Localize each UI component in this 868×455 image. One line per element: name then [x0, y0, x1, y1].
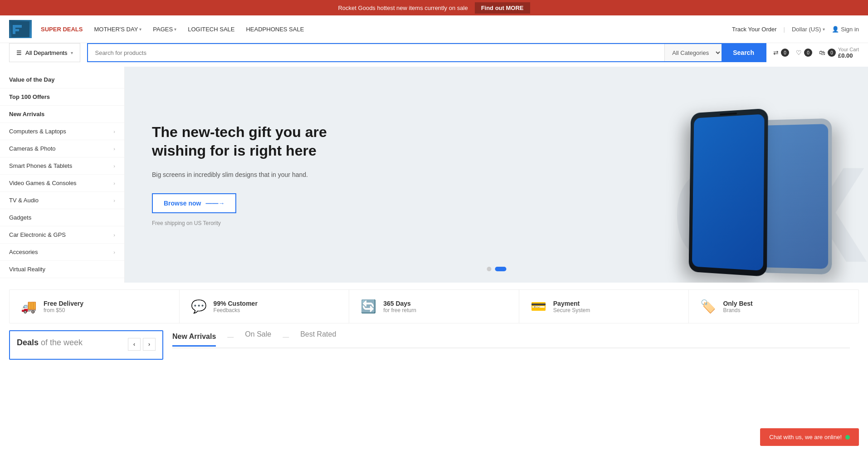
- sidebar-item-new-arrivals[interactable]: New Arrivals: [0, 106, 124, 123]
- svg-rect-2: [13, 25, 22, 28]
- header-icons: ⇄ 0 ♡ 0 🛍 0 Your Cart £0.00: [773, 47, 859, 59]
- chevron-down-icon: ▾: [823, 27, 825, 32]
- hero-dots: [487, 267, 506, 271]
- hero-content: The new-tech gift you are wishing for is…: [152, 123, 356, 227]
- hero-section: The new-tech gift you are wishing for is…: [125, 67, 868, 283]
- sidebar-item-top-100-offers[interactable]: Top 100 Offers: [0, 88, 124, 106]
- category-select[interactable]: All Categories: [664, 44, 722, 61]
- feature-subtitle: from $50: [44, 307, 83, 313]
- find-out-more-button[interactable]: Find out MORE: [475, 2, 530, 14]
- bag-icon: 🛍: [819, 49, 825, 56]
- currency-selector[interactable]: Dollar (US) ▾: [792, 26, 825, 33]
- brands-icon: 🏷️: [700, 299, 716, 314]
- tabs-section: New Arrivals — On Sale — Best Rated: [163, 330, 859, 360]
- features-bar: 🚚 Free Delivery from $50 💬 99% Customer …: [9, 289, 859, 323]
- sidebar-item-virtual-reality[interactable]: Virtual Reality: [0, 261, 124, 278]
- cart-count: 0: [828, 49, 836, 57]
- main-content: Value of the Day Top 100 Offers New Arri…: [0, 67, 868, 283]
- hero-subtitle: Big screens in incredibly slim designs t…: [152, 170, 356, 180]
- feature-title: 99% Customer: [214, 300, 258, 307]
- heart-icon: ♡: [796, 49, 802, 56]
- compare-icon-button[interactable]: ⇄ 0: [773, 49, 789, 57]
- payment-icon: 💳: [531, 299, 546, 314]
- cart-price: £0.00: [838, 52, 859, 59]
- chevron-down-icon: ▾: [71, 50, 73, 55]
- wishlist-count: 0: [804, 49, 812, 57]
- chevron-right-icon: ›: [113, 250, 115, 255]
- banner-text: Rocket Goods hottest new items currently…: [338, 5, 468, 11]
- divider: |: [784, 26, 785, 33]
- arrow-right-icon: ——→: [205, 200, 224, 207]
- hero-shipping-note: Free shipping on US Terority: [152, 220, 356, 226]
- search-input[interactable]: [88, 44, 664, 61]
- hero-title: The new-tech gift you are wishing for is…: [152, 123, 356, 161]
- nav-super-deals[interactable]: SUPER DEALS: [41, 26, 83, 33]
- header: SUPER DEALS MOTHER'S DAY ▾ PAGES ▾ LOGIT…: [0, 15, 868, 43]
- compare-icon: ⇄: [773, 49, 779, 56]
- slide-dot-active[interactable]: [495, 267, 506, 271]
- cart-button[interactable]: 🛍 0 Your Cart £0.00: [819, 47, 859, 59]
- nav-logitech-sale[interactable]: LOGITECH SALE: [188, 26, 234, 33]
- sidebar-item-tv-audio[interactable]: TV & Audio ›: [0, 192, 124, 209]
- top-banner: Rocket Goods hottest new items currently…: [0, 0, 868, 15]
- tab-on-sale[interactable]: On Sale: [245, 330, 271, 343]
- sign-in-button[interactable]: 👤 Sign in: [832, 26, 859, 33]
- tab-divider: —: [283, 333, 289, 340]
- sidebar-item-cameras-photo[interactable]: Cameras & Photo ›: [0, 140, 124, 157]
- feature-customer-feedback: 💬 99% Customer Feedbacks: [180, 290, 350, 323]
- tab-best-rated[interactable]: Best Rated: [300, 330, 336, 343]
- slide-dot[interactable]: [487, 267, 491, 271]
- tab-new-arrivals[interactable]: New Arrivals: [172, 333, 216, 347]
- sidebar-item-value-of-day[interactable]: Value of the Day: [0, 71, 124, 88]
- sidebar-item-computers-laptops[interactable]: Computers & Laptops ›: [0, 123, 124, 140]
- deals-navigation: ‹ ›: [128, 338, 156, 351]
- svg-rect-3: [13, 29, 19, 31]
- all-departments-button[interactable]: ☰ All Departments ▾: [9, 43, 80, 62]
- return-icon: 🔄: [361, 299, 376, 314]
- logo: [9, 20, 32, 38]
- chevron-right-icon: ›: [113, 163, 115, 169]
- deals-next-button[interactable]: ›: [143, 338, 156, 351]
- compare-count: 0: [781, 49, 789, 57]
- deals-prev-button[interactable]: ‹: [128, 338, 141, 351]
- chevron-right-icon: ›: [113, 181, 115, 186]
- deals-section: Deals of the week ‹ ›: [9, 330, 163, 360]
- chevron-right-icon: ›: [113, 198, 115, 203]
- chevron-down-icon: ▾: [139, 27, 141, 32]
- menu-icon: ☰: [16, 49, 22, 56]
- bottom-sections: Deals of the week ‹ › New Arrivals — On …: [0, 330, 868, 360]
- wishlist-button[interactable]: ♡ 0: [796, 49, 812, 57]
- chevron-down-icon: ▾: [174, 27, 176, 32]
- search-row: ☰ All Departments ▾ All Categories Searc…: [0, 43, 868, 67]
- sidebar-item-video-games[interactable]: Video Games & Consoles ›: [0, 175, 124, 192]
- nav-headphones-sale[interactable]: HEADPHONES SALE: [246, 26, 304, 33]
- track-order-link[interactable]: Track Your Order: [732, 26, 777, 33]
- delivery-icon: 🚚: [21, 299, 37, 314]
- chevron-right-icon: ›: [113, 129, 115, 134]
- feature-title: Only Best: [723, 300, 752, 307]
- sidebar-item-accessories[interactable]: Accesories ›: [0, 244, 124, 261]
- feedback-icon: 💬: [191, 299, 207, 314]
- browse-now-button[interactable]: Browse now ——→: [152, 193, 236, 213]
- feature-subtitle: Feedbacks: [214, 307, 258, 313]
- feature-subtitle: for free return: [383, 307, 416, 313]
- sidebar: Value of the Day Top 100 Offers New Arri…: [0, 67, 125, 283]
- feature-title: Free Delivery: [44, 300, 83, 307]
- nav-mothers-day[interactable]: MOTHER'S DAY ▾: [94, 26, 141, 33]
- sidebar-item-smartphones-tablets[interactable]: Smart Phones & Tablets ›: [0, 157, 124, 175]
- cart-label: Your Cart: [838, 47, 859, 52]
- user-icon: 👤: [832, 26, 839, 33]
- hero-product-image: [687, 110, 832, 274]
- feature-best-brands: 🏷️ Only Best Brands: [689, 290, 858, 323]
- header-right: Track Your Order | Dollar (US) ▾ 👤 Sign …: [732, 26, 859, 33]
- search-container: All Categories Search: [87, 43, 766, 62]
- sidebar-item-gadgets[interactable]: Gadgets: [0, 209, 124, 226]
- tab-divider: —: [227, 333, 234, 340]
- nav-pages[interactable]: PAGES ▾: [153, 26, 176, 33]
- chevron-right-icon: ›: [113, 146, 115, 152]
- feature-title: Payment: [553, 300, 590, 307]
- search-button[interactable]: Search: [722, 44, 766, 61]
- sidebar-item-car-electronics[interactable]: Car Electronic & GPS ›: [0, 226, 124, 244]
- main-navigation: SUPER DEALS MOTHER'S DAY ▾ PAGES ▾ LOGIT…: [41, 26, 723, 33]
- feature-subtitle: Brands: [723, 307, 752, 313]
